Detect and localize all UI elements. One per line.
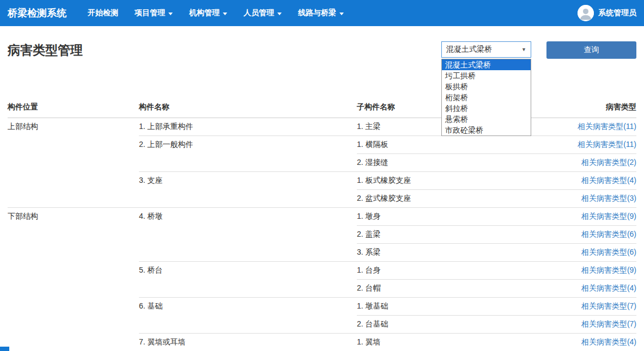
- subcomponent-name-cell: 1. 横隔板: [357, 136, 527, 154]
- nav-menu: 开始检测项目管理机构管理人员管理线路与桥梁: [80, 0, 352, 26]
- component-name-cell: 1. 上部承重构件: [139, 118, 357, 136]
- top-navbar: 桥梁检测系统 开始检测项目管理机构管理人员管理线路与桥梁 系统管理员: [0, 0, 644, 26]
- disease-type-cell: 相关病害类型(6): [527, 226, 636, 244]
- disease-type-link[interactable]: 相关病害类型(9): [581, 212, 636, 220]
- app-brand[interactable]: 桥梁检测系统: [8, 7, 66, 20]
- bridge-type-select-wrap: 混凝土式梁桥 ▼ 混凝土式梁桥圬工拱桥板拱桥桁架桥斜拉桥悬索桥市政砼梁桥: [441, 41, 531, 58]
- column-header-position: 构件位置: [8, 102, 139, 118]
- disease-type-link[interactable]: 相关病害类型(4): [581, 337, 636, 346]
- component-name-cell: 6. 基础: [139, 298, 357, 334]
- nav-item-0[interactable]: 开始检测: [80, 0, 126, 26]
- nav-item-2[interactable]: 机构管理: [181, 0, 235, 26]
- subcomponent-name-cell: 3. 系梁: [357, 244, 527, 262]
- disease-type-cell: 相关病害类型(9): [527, 262, 636, 280]
- bridge-type-option[interactable]: 桁架桥: [442, 92, 531, 103]
- main-content: 病害类型管理 混凝土式梁桥 ▼ 混凝土式梁桥圬工拱桥板拱桥桁架桥斜拉桥悬索桥市政…: [0, 41, 644, 351]
- user-menu[interactable]: 系统管理员: [578, 5, 636, 21]
- nav-item-label: 项目管理: [135, 8, 165, 18]
- disease-type-cell: 相关病害类型(2): [527, 154, 636, 172]
- subcomponent-name-cell: 1. 台身: [357, 262, 527, 280]
- subcomponent-name-cell: 1. 翼墙: [357, 334, 527, 351]
- disease-type-link[interactable]: 相关病害类型(6): [581, 248, 636, 256]
- scroll-corner-accent: [0, 347, 9, 351]
- disease-table: 构件位置 构件名称 子构件名称 病害类型 上部结构1. 上部承重构件1. 主梁相…: [8, 102, 636, 351]
- nav-item-1[interactable]: 项目管理: [126, 0, 181, 26]
- user-name: 系统管理员: [598, 8, 636, 18]
- subcomponent-name-cell: 2. 台帽: [357, 280, 527, 298]
- nav-item-3[interactable]: 人员管理: [235, 0, 290, 26]
- table-row: 下部结构4. 桥墩1. 墩身相关病害类型(9): [8, 208, 636, 226]
- caret-down-icon: [277, 13, 282, 15]
- subcomponent-name-cell: 2. 盆式橡胶支座: [357, 190, 527, 208]
- disease-type-cell: 相关病害类型(11): [527, 136, 636, 154]
- disease-type-cell: 相关病害类型(11): [527, 118, 636, 136]
- disease-type-link[interactable]: 相关病害类型(6): [581, 230, 636, 238]
- disease-type-cell: 相关病害类型(7): [527, 316, 636, 334]
- bridge-type-select[interactable]: 混凝土式梁桥 ▼: [441, 41, 531, 58]
- disease-type-link[interactable]: 相关病害类型(11): [578, 122, 636, 131]
- nav-item-label: 人员管理: [244, 8, 274, 18]
- component-name-cell: 2. 上部一般构件: [139, 136, 357, 172]
- component-name-cell: 4. 桥墩: [139, 208, 357, 262]
- dropdown-caret-icon: ▼: [521, 47, 526, 52]
- component-name-cell: 3. 支座: [139, 172, 357, 208]
- disease-type-link[interactable]: 相关病害类型(7): [581, 301, 636, 310]
- disease-type-cell: 相关病害类型(4): [527, 334, 636, 351]
- subcomponent-name-cell: 1. 墩身: [357, 208, 527, 226]
- bridge-type-option[interactable]: 板拱桥: [442, 81, 531, 92]
- disease-type-cell: 相关病害类型(9): [527, 208, 636, 226]
- bridge-type-option[interactable]: 圬工拱桥: [442, 70, 531, 81]
- column-header-name: 构件名称: [139, 102, 357, 118]
- toolbar: 病害类型管理 混凝土式梁桥 ▼ 混凝土式梁桥圬工拱桥板拱桥桁架桥斜拉桥悬索桥市政…: [8, 41, 636, 59]
- column-header-disease-type: 病害类型: [527, 102, 636, 118]
- component-name-cell: 7. 翼墙或耳墙: [139, 334, 357, 351]
- caret-down-icon: [223, 13, 227, 15]
- page-title: 病害类型管理: [8, 41, 441, 59]
- caret-down-icon: [339, 13, 344, 15]
- table-row: 上部结构1. 上部承重构件1. 主梁相关病害类型(11): [8, 118, 636, 136]
- bridge-type-option[interactable]: 混凝土式梁桥: [442, 59, 531, 70]
- caret-down-icon: [168, 13, 173, 15]
- subcomponent-name-cell: 2. 台基础: [357, 316, 527, 334]
- disease-type-cell: 相关病害类型(4): [527, 172, 636, 190]
- disease-type-link[interactable]: 相关病害类型(3): [581, 194, 636, 202]
- bridge-type-option[interactable]: 市政砼梁桥: [442, 125, 531, 136]
- nav-item-label: 机构管理: [189, 8, 220, 18]
- disease-type-link[interactable]: 相关病害类型(4): [581, 284, 636, 292]
- bridge-type-option[interactable]: 悬索桥: [442, 114, 531, 125]
- component-position-cell: 下部结构: [8, 208, 139, 351]
- subcomponent-name-cell: 2. 湿接缝: [357, 154, 527, 172]
- disease-type-link[interactable]: 相关病害类型(2): [581, 158, 636, 167]
- disease-type-cell: 相关病害类型(4): [527, 280, 636, 298]
- user-avatar-icon: [578, 5, 594, 21]
- component-name-cell: 5. 桥台: [139, 262, 357, 298]
- disease-type-cell: 相关病害类型(3): [527, 190, 636, 208]
- bridge-type-listbox: 混凝土式梁桥圬工拱桥板拱桥桁架桥斜拉桥悬索桥市政砼梁桥: [441, 59, 531, 136]
- table-header-row: 构件位置 构件名称 子构件名称 病害类型: [8, 102, 636, 118]
- disease-type-link[interactable]: 相关病害类型(4): [581, 176, 636, 184]
- disease-type-cell: 相关病害类型(6): [527, 244, 636, 262]
- query-button[interactable]: 查询: [546, 41, 636, 59]
- disease-type-link[interactable]: 相关病害类型(11): [578, 140, 636, 149]
- disease-type-cell: 相关病害类型(7): [527, 298, 636, 316]
- subcomponent-name-cell: 2. 盖梁: [357, 226, 527, 244]
- subcomponent-name-cell: 1. 墩基础: [357, 298, 527, 316]
- component-position-cell: 上部结构: [8, 118, 139, 208]
- disease-type-link[interactable]: 相关病害类型(7): [581, 319, 636, 328]
- bridge-type-option[interactable]: 斜拉桥: [442, 103, 531, 114]
- disease-table-body: 上部结构1. 上部承重构件1. 主梁相关病害类型(11)2. 上部一般构件1. …: [8, 118, 636, 351]
- nav-item-label: 开始检测: [88, 8, 118, 18]
- nav-item-4[interactable]: 线路与桥梁: [290, 0, 352, 26]
- bridge-type-selected-value: 混凝土式梁桥: [446, 45, 519, 54]
- disease-table-wrap: 构件位置 构件名称 子构件名称 病害类型 上部结构1. 上部承重构件1. 主梁相…: [8, 102, 636, 351]
- subcomponent-name-cell: 1. 板式橡胶支座: [357, 172, 527, 190]
- nav-item-label: 线路与桥梁: [298, 8, 336, 18]
- disease-type-link[interactable]: 相关病害类型(9): [581, 266, 636, 274]
